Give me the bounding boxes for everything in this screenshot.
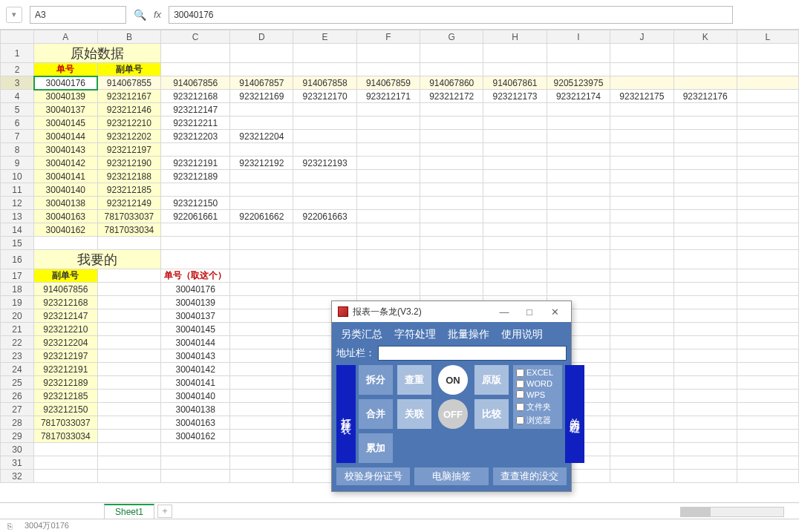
cell[interactable] [483,103,547,116]
cell[interactable] [293,143,356,157]
cell[interactable] [737,456,798,470]
cell[interactable]: 914067855 [97,76,161,90]
header-fudanhao2[interactable]: 副单号 [34,269,98,283]
cell[interactable]: 923212189 [161,170,230,183]
verify-id-button[interactable]: 校验身份证号 [336,467,410,485]
cell[interactable] [737,90,798,103]
cell[interactable] [97,416,161,430]
cell[interactable] [737,210,798,223]
cell[interactable] [97,323,161,336]
cell[interactable] [674,443,737,456]
check-wps[interactable]: WPS [516,390,559,399]
cell[interactable] [230,309,293,323]
cell[interactable] [737,44,798,63]
cell[interactable] [293,63,356,76]
cell[interactable] [737,103,798,116]
cell[interactable] [230,223,293,237]
cell[interactable] [610,283,674,296]
row-header-4[interactable]: 4 [1,90,34,103]
cell[interactable]: 914067858 [293,76,356,90]
cell[interactable] [674,349,737,363]
col-header-K[interactable]: K [674,30,737,44]
row-header-16[interactable]: 16 [1,250,34,269]
cell[interactable] [737,296,798,309]
cell[interactable]: 30040145 [34,116,98,130]
cell[interactable]: 30040163 [34,210,98,223]
cell[interactable] [230,296,293,309]
cell[interactable] [356,116,420,130]
cell[interactable] [674,363,737,376]
cell[interactable] [610,296,674,309]
cell[interactable] [610,443,674,456]
cell[interactable] [674,44,737,63]
row-header-22[interactable]: 22 [1,336,34,349]
check-missing-button[interactable]: 查查谁的没交 [493,467,567,485]
cell[interactable] [610,223,674,237]
cell[interactable] [547,283,610,296]
cell[interactable]: 30040138 [161,403,230,416]
cell[interactable] [610,157,674,170]
cell[interactable] [674,296,737,309]
row-header-28[interactable]: 28 [1,416,34,430]
cell[interactable] [674,103,737,116]
col-header-E[interactable]: E [293,30,356,44]
cell[interactable]: 7817033034 [97,223,161,237]
cell[interactable] [610,210,674,223]
row-header-17[interactable]: 17 [1,269,34,283]
cell[interactable] [674,323,737,336]
cell[interactable]: 923212204 [34,336,98,349]
cell[interactable] [737,390,798,403]
formula-input[interactable]: 30040176 [169,6,733,24]
row-header-6[interactable]: 6 [1,116,34,130]
cell[interactable] [420,269,483,283]
original-button[interactable]: 原版 [474,365,509,395]
cell[interactable] [161,470,230,483]
cell[interactable] [97,443,161,456]
address-input[interactable] [378,346,567,361]
cell[interactable] [737,250,798,269]
row-header-20[interactable]: 20 [1,309,34,323]
cell[interactable] [230,269,293,283]
cell[interactable] [420,44,483,63]
cell[interactable]: 922061662 [230,210,293,223]
cell[interactable] [547,223,610,237]
cell[interactable]: 30040139 [34,90,98,103]
cell[interactable] [420,130,483,143]
cell[interactable] [610,376,674,390]
cell[interactable] [610,416,674,430]
cell[interactable] [547,103,610,116]
cell[interactable] [97,296,161,309]
cell[interactable]: 30040162 [161,430,230,443]
cell[interactable] [34,470,98,483]
cell[interactable] [293,197,356,210]
cell[interactable] [483,183,547,197]
cell[interactable] [610,116,674,130]
cell[interactable] [483,63,547,76]
cell[interactable] [293,44,356,63]
cell[interactable] [610,390,674,403]
cell[interactable]: 922061663 [293,210,356,223]
cell[interactable] [483,170,547,183]
cell[interactable] [547,157,610,170]
cell[interactable]: 923212192 [230,157,293,170]
cell[interactable]: 30040140 [34,183,98,197]
row-header-27[interactable]: 27 [1,403,34,416]
cell[interactable] [547,197,610,210]
cell[interactable] [420,157,483,170]
row-header-23[interactable]: 23 [1,349,34,363]
cell[interactable] [737,430,798,443]
maximize-button[interactable]: □ [519,306,540,318]
name-box[interactable]: A3 [30,6,126,24]
cell[interactable] [230,250,293,269]
cell[interactable] [737,63,798,76]
cell[interactable]: 7817033037 [97,210,161,223]
cell[interactable]: 914067861 [483,76,547,90]
cell[interactable] [547,44,610,63]
cell[interactable] [230,430,293,443]
cell[interactable]: 923212193 [293,157,356,170]
row-header-14[interactable]: 14 [1,223,34,237]
cell[interactable] [97,403,161,416]
cell[interactable]: 923212175 [610,90,674,103]
accum-button[interactable]: 累加 [359,433,393,463]
cell[interactable] [610,456,674,470]
